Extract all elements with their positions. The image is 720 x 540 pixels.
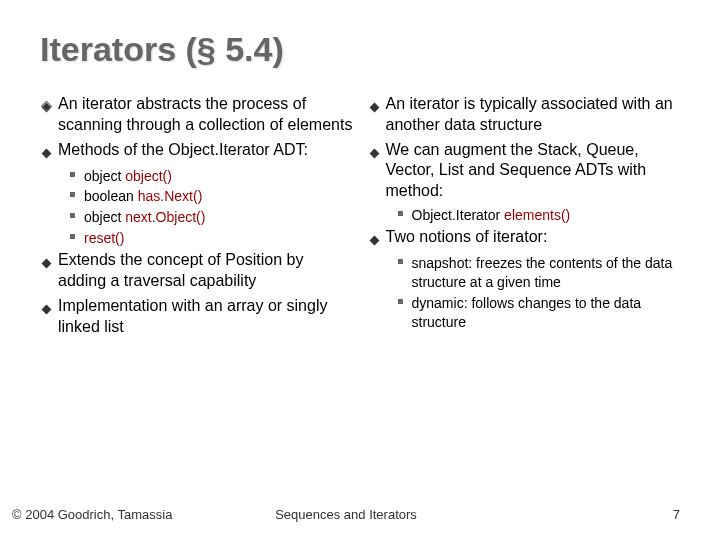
footer-title: Sequences and Iterators (235, 507, 458, 522)
sub-text: snapshot: freezes the contents of the da… (412, 254, 681, 292)
diamond-icon (40, 301, 58, 319)
right-column: An iterator is typically associated with… (368, 94, 681, 341)
footer-page-number: 7 (457, 507, 720, 522)
sub-text: object next.Object() (84, 208, 205, 227)
diamond-icon (40, 145, 58, 163)
square-icon (398, 299, 412, 304)
svg-rect-5 (369, 103, 379, 113)
subbullet: Object.Iterator elements() (398, 206, 681, 225)
bullet-text: Two notions of iterator: (386, 227, 548, 248)
bullet-text: Extends the concept of Position by addin… (58, 250, 353, 292)
sub-text: dynamic: follows changes to the data str… (412, 294, 681, 332)
svg-rect-3 (42, 259, 52, 269)
bullet-r1: An iterator is typically associated with… (368, 94, 681, 136)
subbullet: boolean has.Next() (70, 187, 353, 206)
svg-rect-2 (42, 148, 52, 158)
bullet-text: We can augment the Stack, Queue, Vector,… (386, 140, 681, 202)
diamond-icon (40, 99, 58, 117)
square-icon (70, 234, 84, 239)
square-icon (70, 213, 84, 218)
bullet-text: An iterator abstracts the process of sca… (58, 94, 353, 136)
svg-rect-7 (369, 235, 379, 245)
subbullet: reset() (70, 229, 353, 248)
bullet-r2: We can augment the Stack, Queue, Vector,… (368, 140, 681, 202)
sub-text: reset() (84, 229, 124, 248)
diamond-icon (368, 99, 386, 117)
left-column: An iterator abstracts the process of sca… (40, 94, 353, 341)
diamond-icon (40, 255, 58, 273)
bullet-l2: Methods of the Object.Iterator ADT: (40, 140, 353, 163)
sub-text: Object.Iterator elements() (412, 206, 571, 225)
subbullet: snapshot: freezes the contents of the da… (398, 254, 681, 292)
bullet-r3: Two notions of iterator: (368, 227, 681, 250)
subbullet: dynamic: follows changes to the data str… (398, 294, 681, 332)
bullet-l4: Implementation with an array or singly l… (40, 296, 353, 338)
diamond-icon (368, 145, 386, 163)
bullet-text: An iterator is typically associated with… (386, 94, 681, 136)
slide-footer: © 2004 Goodrich, Tamassia Sequences and … (0, 507, 720, 522)
svg-rect-4 (42, 304, 52, 314)
bullet-text: Implementation with an array or singly l… (58, 296, 353, 338)
bullet-l3: Extends the concept of Position by addin… (40, 250, 353, 292)
slide-title: Iterators (§ 5.4) (40, 30, 680, 69)
content-columns: An iterator abstracts the process of sca… (40, 94, 680, 341)
bullet-l1: An iterator abstracts the process of sca… (40, 94, 353, 136)
sub-text: boolean has.Next() (84, 187, 202, 206)
bullet-text: Methods of the Object.Iterator ADT: (58, 140, 308, 161)
subbullet: object next.Object() (70, 208, 353, 227)
sub-text: object object() (84, 167, 172, 186)
footer-copyright: © 2004 Goodrich, Tamassia (0, 507, 235, 522)
diamond-icon (368, 232, 386, 250)
subbullet: object object() (70, 167, 353, 186)
svg-rect-6 (369, 148, 379, 158)
square-icon (70, 192, 84, 197)
square-icon (70, 172, 84, 177)
square-icon (398, 211, 412, 216)
square-icon (398, 259, 412, 264)
